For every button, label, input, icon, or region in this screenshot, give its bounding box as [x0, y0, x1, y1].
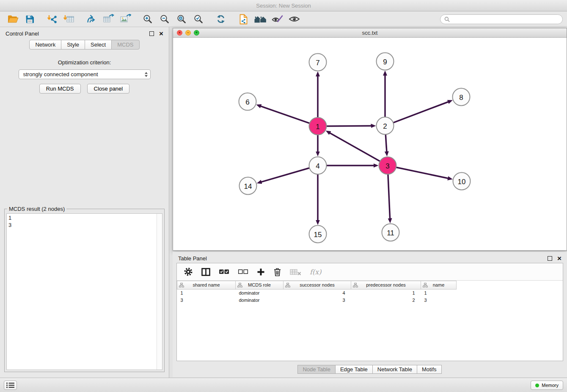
- node-2[interactable]: 2: [377, 117, 394, 135]
- export-table-button[interactable]: [100, 12, 117, 26]
- node-10[interactable]: 10: [453, 173, 471, 190]
- table-cell[interactable]: 2: [351, 297, 421, 304]
- column-header-shared-name[interactable]: shared name: [177, 281, 236, 290]
- tab-select[interactable]: Select: [85, 40, 112, 50]
- show-details-button[interactable]: [286, 12, 303, 26]
- show-details-icon: [289, 15, 300, 23]
- table-cell[interactable]: dominator: [236, 290, 284, 297]
- svg-text:15: 15: [314, 231, 322, 239]
- table-cell[interactable]: 1: [421, 290, 457, 297]
- node-9[interactable]: 9: [377, 53, 394, 70]
- add-row-button[interactable]: [257, 265, 265, 278]
- node-11[interactable]: 11: [382, 224, 399, 241]
- delete-row-button[interactable]: [273, 265, 281, 278]
- copy-style-button[interactable]: [235, 12, 252, 26]
- refresh-button[interactable]: [212, 12, 229, 26]
- node-table[interactable]: shared nameMCDS rolesuccessor nodesprede…: [177, 281, 563, 361]
- window-title: Session: New Session: [256, 3, 311, 9]
- tab-motifs[interactable]: Motifs: [417, 365, 442, 374]
- column-header-name[interactable]: name: [421, 281, 457, 290]
- float-panel-icon[interactable]: [149, 31, 154, 36]
- search-box[interactable]: [440, 14, 563, 24]
- table-cell[interactable]: 3: [284, 297, 351, 304]
- network-window[interactable]: × − + scc.txt 7968124314101511: [173, 28, 567, 251]
- table-settings-button[interactable]: [184, 265, 193, 278]
- column-header-MCDS-role[interactable]: MCDS role: [236, 281, 284, 290]
- zoom-in-button[interactable]: [139, 12, 156, 26]
- close-panel-icon[interactable]: ×: [159, 31, 163, 36]
- edge-3-1[interactable]: [330, 133, 380, 161]
- edge-4-14[interactable]: [261, 168, 309, 182]
- mcds-result-text[interactable]: 13: [6, 213, 162, 370]
- table-cell[interactable]: 4: [284, 290, 351, 297]
- minimize-window-icon[interactable]: −: [185, 30, 191, 36]
- run-mcds-button[interactable]: Run MCDS: [39, 84, 81, 94]
- float-table-panel-icon[interactable]: [548, 256, 552, 261]
- task-history-button[interactable]: [4, 381, 17, 390]
- table-cell[interactable]: dominator: [236, 297, 284, 304]
- open-session-button[interactable]: [4, 12, 21, 26]
- node-6[interactable]: 6: [239, 93, 256, 110]
- table-row[interactable]: 3dominator323: [177, 297, 457, 304]
- zoom-selected-button[interactable]: [190, 12, 207, 26]
- zoom-selected-icon: [193, 14, 204, 24]
- save-session-button[interactable]: [21, 12, 38, 26]
- home-view-button[interactable]: [252, 12, 269, 26]
- tab-network-table[interactable]: Network Table: [372, 365, 417, 374]
- network-window-titlebar[interactable]: × − + scc.txt: [173, 28, 567, 38]
- optimization-dropdown[interactable]: strongly connected component: [19, 69, 151, 79]
- table-cell[interactable]: 1: [351, 290, 421, 297]
- svg-text:3: 3: [385, 162, 389, 170]
- table-cell[interactable]: 1: [177, 290, 236, 297]
- result-line: 3: [8, 221, 160, 229]
- node-3[interactable]: 3: [379, 157, 396, 174]
- network-canvas[interactable]: 7968124314101511: [173, 38, 567, 250]
- style-preview-button[interactable]: [269, 12, 286, 26]
- table-row[interactable]: 1dominator411: [177, 290, 457, 297]
- zoom-fit-button[interactable]: [173, 12, 190, 26]
- search-input[interactable]: [452, 16, 559, 22]
- edge-3-11[interactable]: [388, 174, 390, 219]
- export-network-button[interactable]: [83, 12, 100, 26]
- close-window-icon[interactable]: ×: [177, 30, 182, 36]
- zoom-out-button[interactable]: [156, 12, 173, 26]
- edge-1-2[interactable]: [327, 126, 372, 126]
- maximize-window-icon[interactable]: +: [194, 30, 199, 36]
- column-header-successor-nodes[interactable]: successor nodes: [284, 281, 351, 290]
- tab-mcds[interactable]: MCDS: [111, 40, 139, 50]
- node-8[interactable]: 8: [453, 88, 470, 106]
- node-1[interactable]: 1: [309, 118, 327, 135]
- table-cell[interactable]: 3: [177, 297, 236, 304]
- tab-style[interactable]: Style: [61, 40, 85, 50]
- node-15[interactable]: 15: [309, 226, 327, 243]
- deselect-all-button[interactable]: [238, 265, 248, 278]
- edge-3-10[interactable]: [396, 167, 448, 178]
- tab-edge-table[interactable]: Edge Table: [335, 365, 373, 374]
- import-network-button[interactable]: [44, 12, 61, 26]
- mcds-result-title: MCDS result (2 nodes): [7, 206, 66, 212]
- close-panel-button[interactable]: Close panel: [87, 84, 130, 94]
- tab-node-table[interactable]: Node Table: [297, 365, 336, 374]
- network-graph[interactable]: 7968124314101511: [173, 38, 567, 250]
- edge-1-6[interactable]: [261, 106, 310, 124]
- edge-2-8[interactable]: [393, 102, 448, 123]
- result-scrollbar[interactable]: [157, 214, 162, 370]
- table-panel: Table Panel × f(x) shared nameMCDS roles…: [173, 252, 567, 377]
- node-7[interactable]: 7: [309, 54, 327, 71]
- column-header-predecessor-nodes[interactable]: predecessor nodes: [351, 281, 421, 290]
- toggle-columns-button[interactable]: [201, 265, 210, 278]
- save-session-icon: [25, 14, 35, 24]
- node-14[interactable]: 14: [239, 177, 257, 195]
- close-table-panel-icon[interactable]: ×: [557, 256, 561, 261]
- node-4[interactable]: 4: [309, 157, 327, 174]
- tab-network[interactable]: Network: [29, 40, 61, 50]
- memory-button[interactable]: Memory: [531, 381, 563, 390]
- window-titlebar[interactable]: Session: New Session: [0, 0, 567, 11]
- export-image-button[interactable]: [117, 12, 134, 26]
- table-cell[interactable]: 3: [421, 297, 457, 304]
- edge-2-3[interactable]: [385, 135, 387, 152]
- import-table-button[interactable]: [61, 12, 77, 26]
- column-sort-icon: [285, 283, 290, 288]
- result-line: 1: [8, 214, 160, 221]
- select-all-button[interactable]: [219, 265, 229, 278]
